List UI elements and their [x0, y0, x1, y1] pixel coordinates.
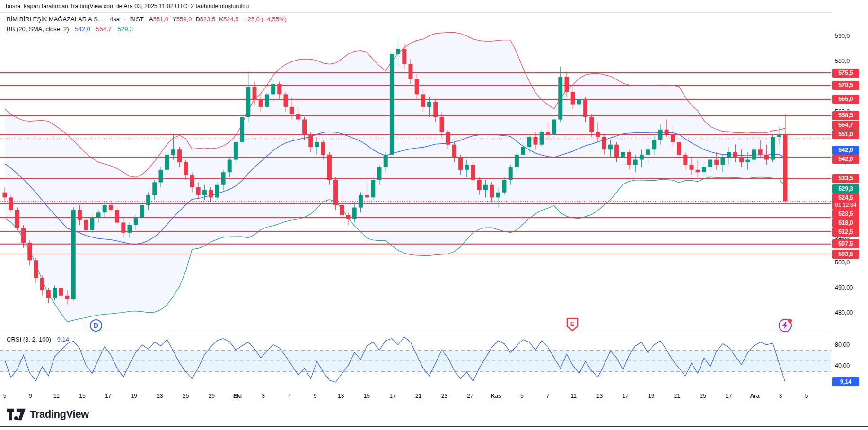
time-tick: 15 [79, 393, 85, 399]
earnings-marker[interactable]: E [566, 318, 579, 333]
crsi-pane [0, 337, 831, 382]
level-price-badge: 565,0 [832, 95, 859, 104]
ohlc-key: D [195, 16, 200, 23]
price-axis[interactable]: 590,0580,0560,0540,0510,0500,0490,00480,… [831, 12, 868, 404]
level-price-badge: 512,5 [832, 228, 859, 237]
time-tick: 7 [546, 393, 550, 399]
price-axis-label: 480,00 [835, 309, 853, 316]
time-tick: 29 [209, 393, 215, 399]
time-tick: 9 [29, 393, 32, 399]
bb-value-badge: 554,7 [832, 121, 859, 130]
interval-label: 4sa [110, 16, 120, 23]
level-price-badge: 558,5 [832, 111, 859, 120]
time-tick: 17 [105, 393, 111, 399]
ohlc-value: 523,5 [200, 16, 216, 23]
crsi-label: CRSI (3, 2, 100) [7, 336, 51, 343]
bar-close-countdown: 01:12:34 [832, 202, 859, 209]
level-price-badge: 503,5 [832, 250, 859, 259]
alert-dot [788, 319, 792, 323]
time-tick: 21 [415, 393, 421, 399]
level-price-badge: 518,0 [832, 219, 859, 228]
time-tick: 17 [389, 393, 395, 399]
price-chart-canvas[interactable] [0, 0, 831, 404]
bb-label: BB (20, SMA, close, 2) [7, 26, 69, 33]
price-axis-label: 500,0 [835, 259, 850, 266]
time-tick: 27 [726, 393, 732, 399]
ohlc-key: K [219, 16, 223, 23]
time-tick: 23 [157, 393, 163, 399]
bb-value-badge: 529,3 [832, 184, 859, 193]
price-axis-label: 490,00 [835, 284, 853, 291]
footer: TradingView [0, 404, 868, 426]
crsi-axis-label: 40,00 [835, 362, 850, 369]
level-price-badge: 551,0 [832, 130, 859, 139]
earnings-shield-icon: E [566, 318, 579, 332]
crsi-legend[interactable]: CRSI (3, 2, 100) 9,14 [7, 336, 69, 343]
svg-text:E: E [570, 320, 575, 327]
tradingview-logo-icon [7, 408, 26, 421]
lightning-icon [779, 319, 792, 332]
exchange-label: BIST [130, 16, 144, 23]
tradingview-chart-window: busra_kapan tarafından TradingView.com i… [0, 0, 868, 430]
time-tick: 27 [467, 393, 473, 399]
time-tick: 7 [288, 393, 291, 399]
time-tick: 19 [648, 393, 654, 399]
time-tick: 11 [53, 393, 59, 399]
bb-legend[interactable]: BB (20, SMA, close, 2) 542,0 554,7 529,3 [7, 26, 133, 33]
time-tick: 25 [183, 393, 189, 399]
time-tick: 3 [779, 393, 782, 399]
time-tick: 17 [622, 393, 628, 399]
ohlc-values: A551,0Y559,0D523,5K524,5 [145, 16, 239, 23]
time-tick: 11 [571, 393, 577, 399]
crsi-value-badge: 9,14 [832, 377, 859, 386]
time-axis[interactable]: 5911151719232529Eki379131517212327Kas571… [0, 389, 831, 404]
dividend-marker[interactable]: D [90, 319, 102, 332]
crsi-value: 9,14 [57, 336, 69, 343]
level-price-badge: 542,0 [832, 155, 859, 164]
level-price-badge: 570,5 [832, 81, 859, 90]
ohlc-key: A [149, 16, 153, 23]
time-tick: 23 [441, 393, 447, 399]
bb-lower-value: 529,3 [117, 26, 133, 33]
bb-value-badge: 542,0 [832, 146, 859, 155]
tradingview-logo[interactable]: TradingView [7, 408, 89, 421]
tradingview-logo-text: TradingView [30, 408, 89, 421]
time-tick: 15 [364, 393, 370, 399]
time-tick: 25 [700, 393, 706, 399]
time-tick: 13 [338, 393, 344, 399]
time-tick: 19 [131, 393, 137, 399]
chart-bottom-border [0, 404, 868, 404]
price-axis-label: 580,0 [835, 58, 850, 64]
time-tick: 9 [314, 393, 317, 399]
level-price-badge: 575,5 [832, 69, 859, 78]
ohlc-key: Y [172, 16, 176, 23]
time-tick-month: Eki [233, 393, 242, 399]
ohlc-value: 559,0 [176, 16, 192, 23]
time-tick: 21 [674, 393, 680, 399]
time-tick-month: Ara [750, 393, 759, 399]
time-tick: 3 [262, 393, 265, 399]
dividend-icon: D [90, 319, 102, 332]
window-bottom-line [0, 426, 868, 427]
pane-separator[interactable] [0, 333, 868, 333]
time-tick: 13 [596, 393, 603, 399]
symbol-title: BİM BİRLEŞİK MAĞAZALAR A.Ş. [7, 16, 100, 23]
time-tick: 5 [805, 393, 808, 399]
time-tick: 5 [3, 393, 7, 399]
alert-marker[interactable] [779, 319, 792, 332]
bollinger-bands [5, 33, 785, 322]
level-price-badge: 533,5 [832, 174, 859, 183]
time-tick-month: Kas [491, 393, 501, 399]
level-price-badge: 507,5 [832, 239, 859, 248]
bb-basis-value: 542,0 [75, 26, 90, 33]
ohlc-value: 551,0 [153, 16, 169, 23]
symbol-legend[interactable]: BİM BİRLEŞİK MAĞAZALAR A.Ş. · 4sa · BIST… [7, 16, 287, 23]
time-tick: 5 [520, 393, 524, 399]
change-value: −25,0 (−4,55%) [244, 16, 287, 23]
ohlc-value: 524,5 [223, 16, 239, 23]
price-axis-label: 590,0 [835, 33, 850, 39]
crsi-axis-label: 80,00 [835, 342, 850, 348]
bb-upper-value: 554,7 [96, 26, 112, 33]
level-price-badge: 523,5 [832, 210, 859, 219]
last-price-badge: 524,501:12:34 [832, 193, 859, 210]
